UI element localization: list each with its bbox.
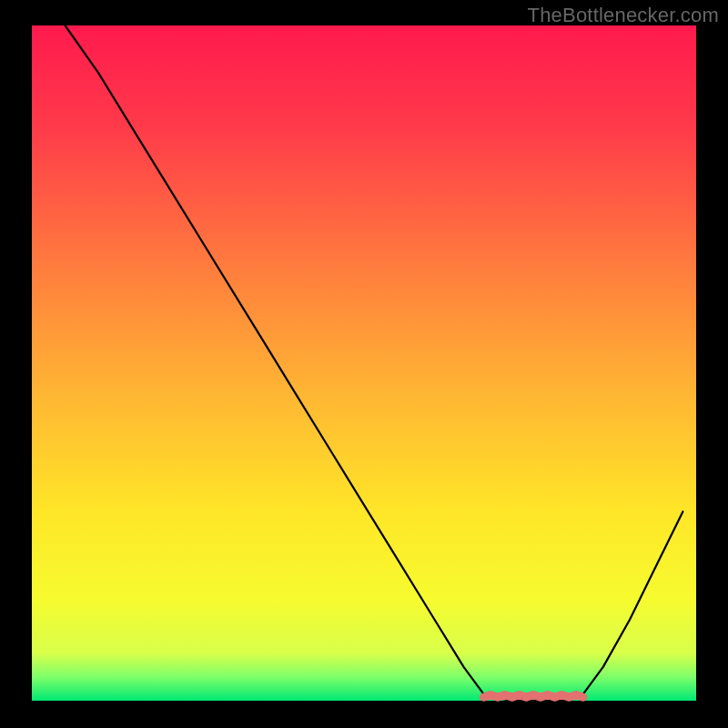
watermark-label: TheBottlenecker.com (528, 4, 719, 27)
optimal-range-highlight (483, 694, 583, 697)
chart-canvas (0, 0, 728, 728)
